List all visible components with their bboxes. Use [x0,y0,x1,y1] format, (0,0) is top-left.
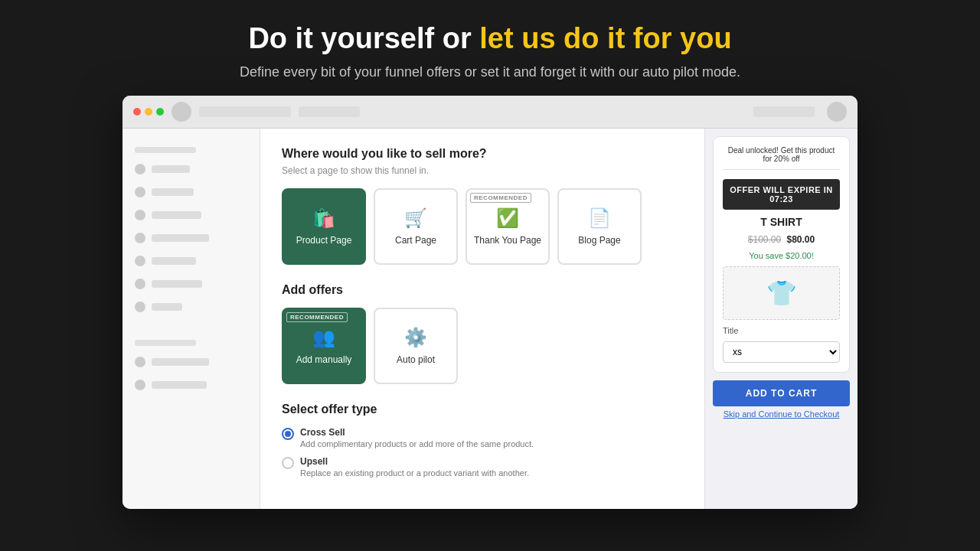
online-store-icon [135,357,145,367]
product-name: T SHIRT [723,216,840,228]
upsell-radio-button[interactable] [282,457,294,469]
blog-page-label: Blog Page [578,235,620,246]
thankyou-page-label: Thank You Page [474,235,541,246]
where-to-sell-title: Where would you like to sell more? [282,147,683,161]
nav-brand-text [199,106,291,117]
card-add-manually[interactable]: RECOMMENDED 👥 Add manually [282,308,366,384]
browser-window: Where would you like to sell more? Selec… [122,96,858,509]
cart-page-icon: 🛒 [404,207,427,229]
card-auto-pilot[interactable]: ⚙️ Auto pilot [374,308,458,384]
customers-icon [135,233,145,243]
sidebar-label-orders [152,188,194,196]
add-offers-title: Add offers [282,283,683,297]
sale-price: $80.00 [787,234,815,245]
dot-close[interactable] [133,108,141,116]
sidebar-item-orders[interactable] [122,181,260,204]
sidebar-label-discounts [152,280,202,288]
sidebar-label-online-store [152,358,209,366]
product-page-label: Product Page [296,235,352,246]
nav-avatar-right [827,102,847,122]
browser-nav [172,102,847,122]
browser-titlebar [122,96,858,129]
main-panel: Where would you like to sell more? Selec… [260,129,704,509]
right-preview-panel: Deal unlocked! Get this product for 20% … [704,129,858,509]
sidebar-section-label [135,147,196,153]
analytics-icon [135,256,145,266]
product-image-area: 👕 [723,266,840,320]
nav-avatar-left [172,102,191,122]
crosssell-label: Cross Sell [300,427,534,438]
add-to-cart-button[interactable]: ADD TO CART [713,380,850,406]
blog-page-icon: 📄 [588,207,611,229]
hero-section: Do it yourself or let us do it for you D… [224,0,756,96]
add-manually-icon: 👥 [312,327,335,348]
sidebar-label-customers [152,234,209,242]
products-icon [135,210,145,220]
upsell-radio-row: Upsell Replace an existing product or a … [282,456,683,478]
sidebar-label-pos [152,381,207,389]
offer-type-radio-group: Cross Sell Add complimentary products or… [282,427,683,478]
card-blog-page[interactable]: 📄 Blog Page [557,188,642,265]
sidebar-label-products [152,211,201,219]
sidebar-item-discounts[interactable] [122,272,260,295]
where-to-sell-subtitle: Select a page to show this funnel in. [282,165,683,176]
deal-banner: Deal unlocked! Get this product for 20% … [723,146,840,170]
upsell-label: Upsell [300,456,529,467]
add-manually-label: Add manually [296,354,352,365]
card-cart-page[interactable]: 🛒 Cart Page [374,188,458,265]
cart-page-label: Cart Page [395,235,436,246]
sidebar [122,129,260,509]
browser-body: Where would you like to sell more? Selec… [122,129,858,509]
auto-pilot-label: Auto pilot [397,354,435,365]
nav-user-text [753,106,815,117]
product-preview-card: Deal unlocked! Get this product for 20% … [713,136,850,373]
crosssell-description: Add complimentary products or add more o… [300,439,534,448]
sidebar-item-analytics[interactable] [122,249,260,272]
sidebar-label-sales [152,303,182,311]
sales-icon [135,302,145,312]
skip-checkout-link[interactable]: Skip and Continue to Checkout [713,409,850,419]
page-type-cards: 🛍️ Product Page 🛒 Cart Page RECOMMENDED … [282,188,683,265]
discounts-icon [135,279,145,289]
sidebar-item-customers[interactable] [122,227,260,249]
offer-type-title: Select offer type [282,403,683,416]
sidebar-item-online-store[interactable] [122,350,260,373]
tshirt-image-icon: 👕 [766,279,797,308]
sidebar-item-pos[interactable] [122,373,260,396]
original-price: $100.00 [748,234,781,245]
product-price: $100.00 $80.00 [723,234,840,245]
sidebar-label-home [152,165,190,173]
crosssell-radio-row: Cross Sell Add complimentary products or… [282,427,683,448]
product-savings: You save $20.00! [723,251,840,260]
dot-maximize[interactable] [156,108,164,116]
upsell-text-block: Upsell Replace an existing product or a … [300,456,529,478]
sidebar-item-products[interactable] [122,204,260,227]
orders-icon [135,187,145,197]
thankyou-page-icon: ✅ [496,207,519,229]
nav-url-bar[interactable] [299,106,360,117]
sidebar-section-label-2 [135,340,196,346]
dot-minimize[interactable] [145,108,152,116]
upsell-description: Replace an existing product or a product… [300,468,529,478]
product-page-icon: 🛍️ [312,207,335,229]
hero-subtitle: Define every bit of your funnel offers o… [240,64,740,80]
pos-icon [135,380,145,390]
browser-dots [133,108,164,116]
hero-title: Do it yourself or let us do it for you [240,21,740,57]
title-label: Title [723,326,840,335]
crosssell-radio-button[interactable] [282,428,294,440]
sidebar-item-home[interactable] [122,158,260,181]
recommended-badge-thankyou: RECOMMENDED [470,193,531,203]
crosssell-text-block: Cross Sell Add complimentary products or… [300,427,534,448]
offer-method-cards: RECOMMENDED 👥 Add manually ⚙️ Auto pilot [282,308,683,384]
card-product-page[interactable]: 🛍️ Product Page [282,188,366,265]
home-icon [135,164,145,174]
recommended-badge-manual: RECOMMENDED [286,312,348,322]
card-thankyou-page[interactable]: RECOMMENDED ✅ Thank You Page [466,188,550,265]
auto-pilot-icon: ⚙️ [404,327,427,348]
sidebar-label-analytics [152,257,196,265]
size-selector[interactable]: xs sm md lg [723,341,840,363]
offer-expire-box: OFFER WILL EXPIRE IN 07:23 [723,179,840,210]
sidebar-item-sales[interactable] [122,295,260,318]
